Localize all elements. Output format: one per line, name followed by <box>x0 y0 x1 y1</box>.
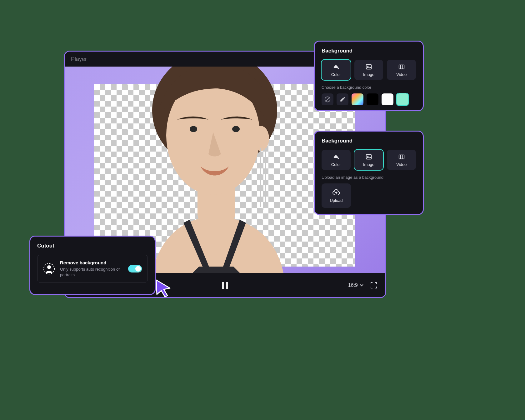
bg2-tab-color[interactable]: Color <box>322 150 351 170</box>
upload-button[interactable]: Upload <box>322 183 351 208</box>
upload-label: Upload <box>330 198 342 203</box>
swatch-white[interactable] <box>382 93 393 105</box>
svg-point-10 <box>47 265 51 269</box>
swatch-mint[interactable] <box>397 93 408 105</box>
swatch-none[interactable] <box>322 93 333 105</box>
swatch-eyedropper[interactable] <box>337 93 348 105</box>
eyedropper-icon <box>339 96 346 102</box>
image-icon <box>365 63 372 70</box>
swatch-black[interactable] <box>367 93 378 105</box>
cutout-panel-title: Cutout <box>37 243 148 249</box>
aspect-ratio-menu[interactable]: 16:9 <box>348 282 363 288</box>
swatch-rainbow[interactable] <box>352 93 363 105</box>
bg2-tab-color-label: Color <box>331 162 341 167</box>
player-title: Player <box>71 56 87 62</box>
cutout-panel: Cutout Remove background Only supports a… <box>29 236 156 295</box>
bg-image-hint: Upload an image as a background <box>322 175 416 180</box>
bg-tab-image-label: Image <box>363 72 374 77</box>
fullscreen-icon[interactable] <box>370 282 377 289</box>
toggle-knob <box>135 266 141 272</box>
film-icon <box>398 63 405 70</box>
svg-rect-7 <box>263 148 263 210</box>
svg-rect-13 <box>399 65 404 69</box>
cursor-icon <box>154 279 172 298</box>
bg-tab-color[interactable]: Color <box>322 60 351 80</box>
pause-icon <box>222 282 224 289</box>
remove-bg-title: Remove background <box>60 260 123 265</box>
portrait-dashed-icon <box>43 263 55 275</box>
remove-bg-description: Only supports auto recognition of portra… <box>60 267 123 278</box>
bg2-tab-image-label: Image <box>363 162 374 167</box>
svg-rect-20 <box>399 155 404 159</box>
film-icon <box>398 153 405 160</box>
background-image-panel: Background Color Image Video Upload an i… <box>314 131 424 215</box>
remove-bg-toggle[interactable] <box>128 265 142 272</box>
aspect-ratio-label: 16:9 <box>348 282 358 288</box>
paint-bucket-icon <box>332 63 339 70</box>
cloud-upload-icon <box>332 189 340 196</box>
image-icon <box>365 153 372 160</box>
bg-image-panel-title: Background <box>322 138 416 144</box>
bg-color-hint: Choose a background color <box>322 85 416 90</box>
svg-point-4 <box>232 126 240 132</box>
svg-rect-8 <box>265 148 266 204</box>
pause-button[interactable] <box>221 281 229 290</box>
svg-point-5 <box>253 126 269 151</box>
paint-bucket-icon <box>332 153 339 160</box>
bg-tab-video-label: Video <box>396 72 407 77</box>
bg-tab-image[interactable]: Image <box>354 60 383 80</box>
bg-color-panel-title: Background <box>322 48 416 54</box>
bg2-tab-video-label: Video <box>396 162 407 167</box>
background-color-panel: Background Color Image Video Choose a ba… <box>314 41 424 111</box>
remove-background-row: Remove background Only supports auto rec… <box>37 255 148 283</box>
chevron-down-icon <box>360 284 363 287</box>
bg-tab-color-label: Color <box>331 72 341 77</box>
none-icon <box>324 96 331 103</box>
svg-line-17 <box>326 98 330 102</box>
bg2-tab-video[interactable]: Video <box>387 150 416 170</box>
svg-rect-6 <box>260 148 261 207</box>
svg-point-3 <box>190 126 197 132</box>
bg-tab-video[interactable]: Video <box>387 60 416 80</box>
pause-icon <box>226 282 228 289</box>
bg2-tab-image[interactable]: Image <box>354 150 383 170</box>
